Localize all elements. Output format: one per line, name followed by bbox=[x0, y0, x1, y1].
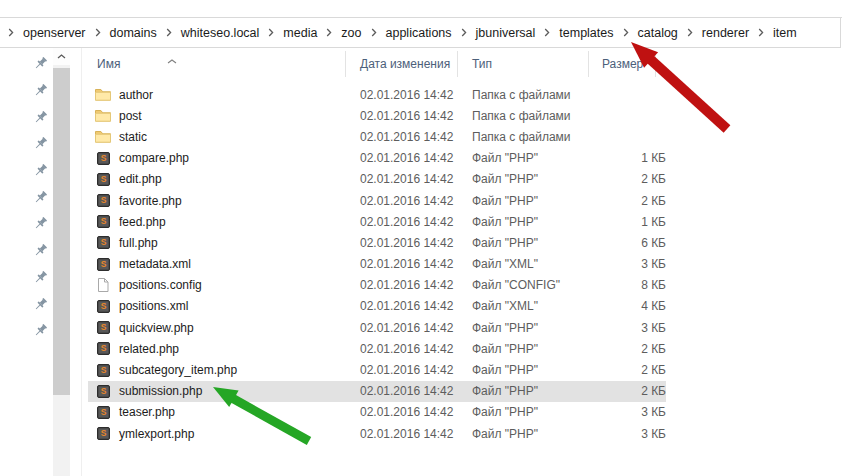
file-row-teaser-php[interactable]: Steaser.php02.01.2016 14:42Файл "PHP"3 К… bbox=[88, 402, 666, 423]
pin-icon bbox=[34, 244, 48, 258]
breadcrumb-chevron-icon bbox=[754, 28, 768, 37]
column-header-date[interactable]: Дата изменения bbox=[360, 57, 450, 71]
breadcrumb-item-domains[interactable]: domains bbox=[105, 23, 162, 43]
pinned-nav-item[interactable] bbox=[30, 184, 52, 211]
column-header-name[interactable]: Имя bbox=[97, 57, 120, 71]
svg-text:S: S bbox=[100, 259, 106, 269]
php-file-icon: S bbox=[95, 321, 111, 334]
file-name-label: edit.php bbox=[119, 172, 162, 186]
breadcrumb-item-applications[interactable]: applications bbox=[381, 23, 457, 43]
breadcrumb-item-jbuniversal[interactable]: jbuniversal bbox=[471, 23, 541, 43]
breadcrumb-item-media[interactable]: media bbox=[278, 23, 322, 43]
config-file-icon bbox=[95, 278, 111, 292]
breadcrumb-item-whiteseo-local[interactable]: whiteseo.local bbox=[176, 23, 265, 43]
file-date-cell: 02.01.2016 14:42 bbox=[345, 299, 457, 313]
sort-ascending-icon[interactable] bbox=[167, 50, 177, 68]
file-date-cell: 02.01.2016 14:42 bbox=[345, 278, 457, 292]
column-separator[interactable] bbox=[345, 51, 346, 77]
php-file-icon: S bbox=[95, 385, 111, 398]
folder-icon bbox=[95, 130, 111, 143]
file-row-feed-php[interactable]: Sfeed.php02.01.2016 14:42Файл "PHP"1 КБ bbox=[88, 211, 666, 232]
breadcrumb-chevron-icon bbox=[268, 28, 274, 37]
file-row-positions-xml[interactable]: Spositions.xml02.01.2016 14:42Файл "XML"… bbox=[88, 296, 666, 317]
pinned-nav-item[interactable] bbox=[30, 318, 52, 345]
file-type-cell: Папка с файлами bbox=[457, 109, 587, 123]
breadcrumb-item-item[interactable]: item bbox=[768, 23, 802, 43]
breadcrumb-item-templates[interactable]: templates bbox=[554, 23, 618, 43]
file-name-cell: positions.config bbox=[88, 278, 345, 292]
file-date-cell: 02.01.2016 14:42 bbox=[345, 151, 457, 165]
file-row-submission-php[interactable]: Ssubmission.php02.01.2016 14:42Файл "PHP… bbox=[88, 381, 666, 402]
scrollbar-up-button[interactable] bbox=[53, 48, 70, 65]
file-size-cell: 2 КБ bbox=[587, 172, 666, 186]
column-header-type[interactable]: Тип bbox=[472, 57, 492, 71]
php-file-icon: S bbox=[95, 215, 111, 228]
column-header-size[interactable]: Размер bbox=[602, 57, 643, 71]
file-name-label: teaser.php bbox=[119, 405, 175, 419]
column-separator[interactable] bbox=[655, 51, 656, 77]
file-type-cell: Папка с файлами bbox=[457, 88, 587, 102]
scrollbar-thumb[interactable] bbox=[53, 68, 70, 395]
breadcrumb-chevron-icon bbox=[162, 28, 176, 37]
file-row-subcategory-item-php[interactable]: Ssubcategory_item.php02.01.2016 14:42Фай… bbox=[88, 359, 666, 380]
file-name-cell: Sfeed.php bbox=[88, 215, 345, 229]
pinned-nav-item[interactable] bbox=[30, 78, 52, 105]
file-name-cell: Steaser.php bbox=[88, 405, 345, 419]
pinned-nav-item[interactable] bbox=[30, 131, 52, 158]
file-row-compare-php[interactable]: Scompare.php02.01.2016 14:42Файл "PHP"1 … bbox=[88, 148, 666, 169]
pin-icon bbox=[34, 57, 48, 71]
svg-text:S: S bbox=[100, 195, 106, 205]
file-name-cell: Ssubcategory_item.php bbox=[88, 363, 345, 377]
column-separator[interactable] bbox=[457, 51, 458, 77]
file-row-edit-php[interactable]: Sedit.php02.01.2016 14:42Файл "PHP"2 КБ bbox=[88, 169, 666, 190]
file-date-cell: 02.01.2016 14:42 bbox=[345, 130, 457, 144]
breadcrumb-chevron-icon bbox=[687, 28, 693, 37]
breadcrumb-item-renderer[interactable]: renderer bbox=[697, 23, 754, 43]
pin-icon bbox=[34, 111, 48, 125]
file-row-full-php[interactable]: Sfull.php02.01.2016 14:42Файл "PHP"6 КБ bbox=[88, 232, 666, 253]
column-separator[interactable] bbox=[588, 51, 589, 77]
file-date-cell: 02.01.2016 14:42 bbox=[345, 109, 457, 123]
file-size-cell: 3 КБ bbox=[587, 257, 666, 271]
breadcrumb-chevron-icon bbox=[322, 28, 336, 37]
file-row-static[interactable]: static02.01.2016 14:42Папка с файлами bbox=[88, 126, 666, 147]
folder-icon bbox=[95, 88, 111, 101]
file-row-favorite-php[interactable]: Sfavorite.php02.01.2016 14:42Файл "PHP"2… bbox=[88, 190, 666, 211]
file-name-cell: Smetadata.xml bbox=[88, 257, 345, 271]
file-row-post[interactable]: post02.01.2016 14:42Папка с файлами bbox=[88, 105, 666, 126]
breadcrumb-item-catalog[interactable]: catalog bbox=[633, 23, 683, 43]
pinned-nav-item[interactable] bbox=[30, 104, 52, 131]
file-row-ymlexport-php[interactable]: Symlexport.php02.01.2016 14:42Файл "PHP"… bbox=[88, 423, 666, 444]
pinned-nav-item[interactable] bbox=[30, 291, 52, 318]
pinned-nav-item[interactable] bbox=[30, 238, 52, 265]
pin-icon bbox=[34, 84, 48, 98]
svg-text:S: S bbox=[100, 365, 106, 375]
file-row-author[interactable]: author02.01.2016 14:42Папка с файлами bbox=[88, 84, 666, 105]
file-row-metadata-xml[interactable]: Smetadata.xml02.01.2016 14:42Файл "XML"3… bbox=[88, 254, 666, 275]
file-size-cell: 6 КБ bbox=[587, 236, 666, 250]
file-date-cell: 02.01.2016 14:42 bbox=[345, 88, 457, 102]
file-name-cell: Symlexport.php bbox=[88, 427, 345, 441]
file-name-cell: Sedit.php bbox=[88, 172, 345, 186]
php-file-icon: S bbox=[95, 152, 111, 165]
svg-text:S: S bbox=[100, 217, 106, 227]
file-name-label: static bbox=[119, 130, 147, 144]
pinned-nav-item[interactable] bbox=[30, 211, 52, 238]
file-type-cell: Файл "PHP" bbox=[457, 236, 587, 250]
file-row-positions-config[interactable]: positions.config02.01.2016 14:42Файл "CO… bbox=[88, 275, 666, 296]
file-size-cell: 8 КБ bbox=[587, 278, 666, 292]
file-date-cell: 02.01.2016 14:42 bbox=[345, 194, 457, 208]
file-row-quickview-php[interactable]: Squickview.php02.01.2016 14:42Файл "PHP"… bbox=[88, 317, 666, 338]
breadcrumb-item-openserver[interactable]: openserver bbox=[18, 23, 91, 43]
pinned-nav-item[interactable] bbox=[30, 51, 52, 78]
pinned-nav-item[interactable] bbox=[30, 265, 52, 292]
file-date-cell: 02.01.2016 14:42 bbox=[345, 321, 457, 335]
file-name-label: related.php bbox=[119, 342, 179, 356]
vertical-scrollbar[interactable] bbox=[53, 48, 70, 476]
pinned-nav-item[interactable] bbox=[30, 158, 52, 185]
breadcrumb-item-zoo[interactable]: zoo bbox=[336, 23, 366, 43]
file-row-related-php[interactable]: Srelated.php02.01.2016 14:42Файл "PHP"2 … bbox=[88, 338, 666, 359]
breadcrumb[interactable]: openserverdomainswhiteseo.localmediazooa… bbox=[0, 18, 841, 48]
breadcrumb-chevron-icon bbox=[367, 28, 381, 37]
breadcrumb-chevron-icon bbox=[371, 28, 377, 37]
